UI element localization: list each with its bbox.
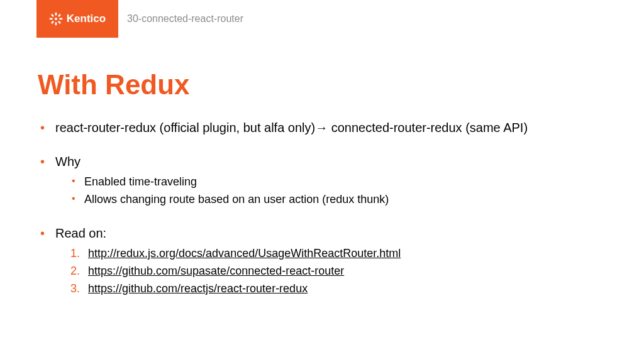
sub-list: Enabled time-traveling Allows changing r… [70, 173, 606, 209]
svg-point-2 [55, 22, 57, 26]
asterisk-icon [49, 12, 63, 26]
brand-name: Kentico [67, 13, 106, 25]
svg-point-7 [58, 14, 62, 18]
slide-title: With Redux [38, 69, 606, 101]
list-item: react-router-redux (official plugin, but… [38, 118, 606, 137]
list-item-text: Why [55, 155, 80, 168]
link-list: http://redux.js.org/docs/advanced/UsageW… [70, 245, 606, 298]
list-item-text: Read on: [55, 226, 106, 240]
link[interactable]: http://redux.js.org/docs/advanced/UsageW… [88, 247, 401, 260]
svg-point-8 [51, 21, 55, 25]
brand-logo: Kentico [36, 0, 118, 38]
svg-point-5 [51, 14, 55, 18]
svg-point-0 [55, 18, 57, 20]
link[interactable]: https://github.com/reactjs/react-router-… [88, 282, 308, 295]
svg-point-4 [59, 18, 63, 20]
svg-point-6 [58, 21, 62, 25]
breadcrumb: 30-connected-react-router [127, 13, 243, 25]
link-item: https://github.com/supasate/connected-re… [70, 263, 606, 280]
slide-content: With Redux react-router-redux (official … [0, 38, 644, 297]
list-item-text: react-router-redux (official plugin, but… [55, 121, 528, 134]
svg-point-3 [49, 18, 53, 20]
list-item: Read on: http://redux.js.org/docs/advanc… [38, 224, 606, 298]
svg-point-1 [55, 12, 57, 16]
link[interactable]: https://github.com/supasate/connected-re… [88, 265, 344, 277]
list-item: Why Enabled time-traveling Allows changi… [38, 152, 606, 209]
sub-list-item: Enabled time-traveling [70, 173, 606, 191]
bullet-list: react-router-redux (official plugin, but… [38, 118, 606, 297]
link-item: https://github.com/reactjs/react-router-… [70, 280, 606, 298]
link-item: http://redux.js.org/docs/advanced/UsageW… [70, 245, 606, 263]
header: Kentico 30-connected-react-router [0, 0, 644, 38]
sub-list-item: Allows changing route based on an user a… [70, 191, 606, 209]
